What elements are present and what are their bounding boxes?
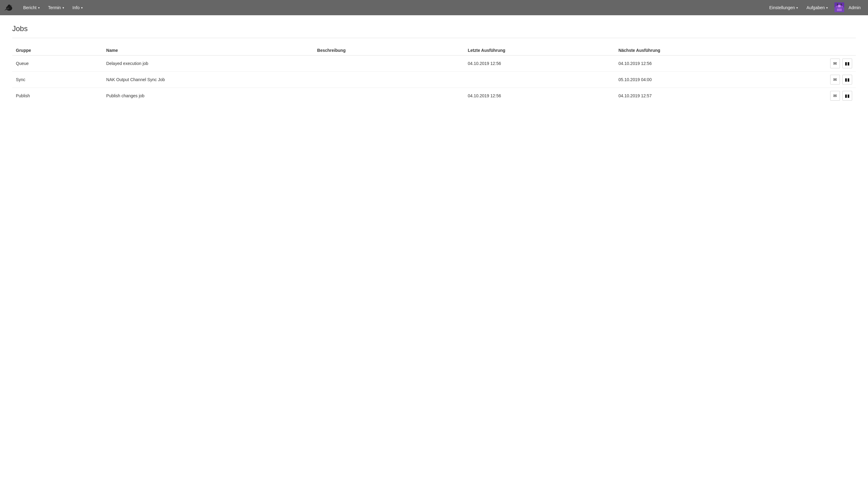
table-row: Publish Publish changes job 04.10.2019 1…	[12, 88, 856, 104]
row-1-actions: ✉ ▮▮	[780, 56, 856, 72]
nav-bericht-caret-icon: ▾	[38, 6, 40, 9]
row-3-beschreibung	[313, 88, 464, 104]
row-3-run-button[interactable]: ✉	[830, 91, 840, 101]
row-2-naechste: 05.10.2019 04:00	[615, 72, 780, 88]
nav-aufgaben-caret-icon: ▾	[826, 6, 828, 9]
page-divider	[12, 38, 856, 38]
table-row: Queue Delayed execution job 04.10.2019 1…	[12, 56, 856, 72]
row-2-run-button[interactable]: ✉	[830, 75, 840, 85]
nav-termin-label: Termin	[48, 5, 61, 10]
nav-info-label: Info	[72, 5, 80, 10]
brand-logo[interactable]	[4, 2, 14, 13]
svg-rect-11	[838, 5, 841, 7]
nav-bericht[interactable]: Bericht ▾	[20, 3, 43, 12]
bird-logo-icon	[4, 2, 14, 13]
col-header-actions	[780, 45, 856, 56]
row-1-beschreibung	[313, 56, 464, 72]
jobs-table: Gruppe Name Beschreibung Letzte Ausführu…	[12, 45, 856, 104]
page-content: Jobs Gruppe Name Beschreibung Letzte Aus…	[0, 15, 868, 480]
table-header-row: Gruppe Name Beschreibung Letzte Ausführu…	[12, 45, 856, 56]
run-icon: ✉	[833, 93, 837, 98]
row-1-pause-button[interactable]: ▮▮	[842, 59, 852, 68]
row-3-gruppe: Publish	[12, 88, 102, 104]
run-icon: ✉	[833, 77, 837, 82]
svg-marker-3	[4, 9, 7, 11]
nav-info-caret-icon: ▾	[81, 6, 83, 9]
col-header-name: Name	[102, 45, 313, 56]
svg-rect-6	[837, 4, 838, 5]
row-3-naechste: 04.10.2019 12:57	[615, 88, 780, 104]
pause-icon: ▮▮	[845, 77, 850, 82]
col-header-letzte: Letzte Ausführung	[464, 45, 615, 56]
row-3-letzte: 04.10.2019 12:56	[464, 88, 615, 104]
row-1-run-button[interactable]: ✉	[830, 59, 840, 68]
svg-point-1	[8, 5, 11, 8]
row-2-beschreibung	[313, 72, 464, 88]
admin-avatar-icon	[834, 2, 844, 12]
nav-bericht-label: Bericht	[23, 5, 37, 10]
row-3-name: Publish changes job	[102, 88, 313, 104]
row-2-pause-button[interactable]: ▮▮	[842, 75, 852, 85]
col-header-naechste: Nächste Ausführung	[615, 45, 780, 56]
row-2-gruppe: Sync	[12, 72, 102, 88]
col-header-gruppe: Gruppe	[12, 45, 102, 56]
row-3-pause-button[interactable]: ▮▮	[842, 91, 852, 101]
navbar: Bericht ▾ Termin ▾ Info ▾ Einstellungen …	[0, 0, 868, 15]
row-1-letzte: 04.10.2019 12:56	[464, 56, 615, 72]
table-header: Gruppe Name Beschreibung Letzte Ausführu…	[12, 45, 856, 56]
nav-aufgaben-label: Aufgaben	[806, 5, 825, 10]
nav-info[interactable]: Info ▾	[69, 3, 86, 12]
run-icon: ✉	[833, 61, 837, 66]
pause-icon: ▮▮	[845, 61, 850, 66]
pause-icon: ▮▮	[845, 93, 850, 98]
nav-termin-caret-icon: ▾	[63, 6, 64, 9]
row-2-actions: ✉ ▮▮	[780, 72, 856, 88]
navbar-nav: Bericht ▾ Termin ▾ Info ▾	[20, 3, 766, 12]
row-2-letzte	[464, 72, 615, 88]
nav-einstellungen-label: Einstellungen	[769, 5, 795, 10]
navbar-right: Einstellungen ▾ Aufgaben ▾ Admin	[766, 2, 864, 13]
col-header-beschreibung: Beschreibung	[313, 45, 464, 56]
nav-einstellungen[interactable]: Einstellungen ▾	[766, 3, 802, 12]
svg-rect-7	[841, 4, 842, 5]
page-title: Jobs	[12, 24, 856, 33]
table-row: Sync NAK Output Channel Sync Job 05.10.2…	[12, 72, 856, 88]
admin-avatar[interactable]	[834, 2, 844, 13]
row-3-actions: ✉ ▮▮	[780, 88, 856, 104]
row-1-name: Delayed execution job	[102, 56, 313, 72]
nav-aufgaben[interactable]: Aufgaben ▾	[803, 3, 831, 12]
table-body: Queue Delayed execution job 04.10.2019 1…	[12, 56, 856, 104]
nav-termin[interactable]: Termin ▾	[44, 3, 68, 12]
row-1-naechste: 04.10.2019 12:56	[615, 56, 780, 72]
nav-einstellungen-caret-icon: ▾	[796, 6, 798, 9]
svg-rect-10	[837, 8, 842, 11]
admin-label[interactable]: Admin	[847, 3, 864, 12]
svg-marker-2	[11, 5, 12, 6]
row-2-name: NAK Output Channel Sync Job	[102, 72, 313, 88]
row-1-gruppe: Queue	[12, 56, 102, 72]
